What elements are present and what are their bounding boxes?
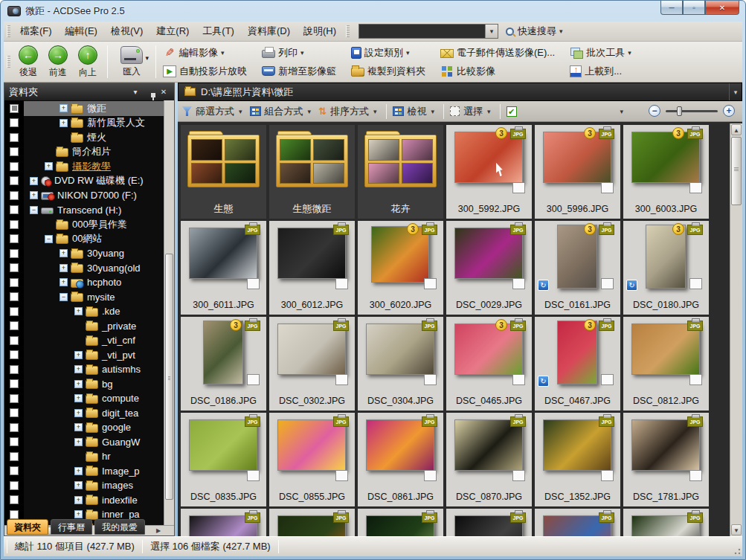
tree-expand-icon[interactable]: + (45, 162, 53, 170)
thumbnail-checkbox[interactable] (424, 470, 437, 481)
grid-item-image[interactable]: JPGDSC_0870.JPG (446, 413, 532, 506)
panel-menu-chevron-icon[interactable]: ▾ (129, 88, 141, 96)
tree-row[interactable]: +digit_tea (4, 406, 164, 421)
tree-expand-icon[interactable]: + (30, 177, 38, 185)
select-button[interactable]: 選擇 ▾ (450, 105, 491, 118)
grid-item-image[interactable]: JPGDSC_0835.JPG (181, 413, 266, 506)
path-dropdown-button[interactable]: ▾ (729, 83, 742, 100)
toolbar-button[interactable]: 自動投影片放映 (161, 63, 249, 79)
menu-item-2[interactable]: 檢視(V) (104, 22, 149, 41)
import-button[interactable]: ▾ 匯入 (112, 46, 151, 78)
scroll-up-icon[interactable]: ▲ (731, 124, 742, 135)
tree-expand-icon[interactable]: + (74, 510, 83, 518)
toolbar-grip[interactable] (7, 56, 10, 68)
search-dropdown-button[interactable]: ▾ (485, 25, 498, 38)
tree-row[interactable]: +_vti_pvt (4, 348, 164, 363)
thumbnail-checkbox[interactable] (601, 470, 614, 481)
tree-row[interactable]: −mysite (4, 290, 164, 305)
folder-checkbox[interactable] (10, 118, 19, 127)
thumbnail-checkbox[interactable] (247, 470, 260, 481)
folder-checkbox[interactable] (10, 336, 19, 345)
tree-row[interactable]: +google (4, 420, 164, 435)
zoom-slider-track[interactable] (666, 110, 718, 112)
scrollbar-thumb[interactable] (731, 137, 742, 205)
grid-item-image[interactable]: 3JPG300_5996.JPG (535, 125, 620, 219)
scroll-down-icon[interactable]: ▼ (731, 524, 742, 535)
grid-item-image[interactable]: JPG (358, 509, 443, 536)
menubar-grip[interactable] (7, 25, 10, 37)
folder-checkbox[interactable] (10, 162, 19, 171)
toolbar-button[interactable]: 批次工具▾ (567, 45, 634, 60)
thumbnail-checkbox[interactable] (512, 374, 525, 385)
tree-row[interactable]: 煙火 (4, 130, 164, 145)
tree-collapse-icon[interactable]: − (30, 206, 38, 214)
grid-item-image[interactable]: JPG300_6012.JPG (269, 221, 355, 315)
tree-expand-icon[interactable]: + (74, 351, 83, 359)
grid-item-image[interactable]: 3JPG300_6020.JPG (358, 221, 443, 315)
tree-expand-icon[interactable]: + (60, 249, 68, 257)
folder-checkbox[interactable] (10, 205, 19, 214)
folder-checkbox[interactable] (10, 481, 19, 490)
menu-item-5[interactable]: 資料庫(D) (241, 22, 297, 41)
scrollbar-thumb[interactable] (165, 254, 173, 500)
grid-item-image[interactable]: JPGDSC_1352.JPG (535, 413, 620, 506)
tree-row[interactable]: +微距 (4, 101, 164, 116)
panel-tab-2[interactable]: 我的最愛 (94, 519, 145, 535)
folder-checkbox[interactable] (10, 263, 19, 272)
folder-checkbox[interactable] (10, 394, 19, 403)
tree-row[interactable]: +autismhs (4, 362, 164, 377)
thumbnail-checkbox[interactable] (689, 374, 702, 385)
tree-row[interactable]: −Transcend (H:) (4, 203, 164, 218)
tree-row[interactable]: +GuangW (4, 435, 164, 450)
folder-checkbox[interactable] (10, 365, 19, 374)
tree-row[interactable]: +bg (4, 377, 164, 392)
grid-item-image[interactable]: 3JPG300_5992.JPG (446, 125, 532, 219)
folder-checkbox[interactable] (10, 249, 19, 258)
folder-checkbox[interactable] (10, 220, 19, 229)
toolbar-overflow-chevron-icon[interactable]: ▾ (620, 108, 623, 115)
tree-row[interactable]: +DVD RW 磁碟機 (E:) (4, 174, 164, 189)
scroll-right-icon[interactable]: ▶ (153, 527, 164, 535)
quick-search-chevron-icon[interactable]: ▾ (559, 28, 563, 35)
tree-row[interactable]: 000學員作業 (4, 217, 164, 232)
grid-item-image[interactable]: 3JPG↻DSC_0180.JPG (623, 221, 709, 315)
folder-checkbox[interactable] (10, 278, 19, 287)
rotate-icon[interactable]: ↻ (538, 280, 549, 291)
panel-tab-1[interactable]: 行事曆 (51, 519, 92, 535)
grid-item-image[interactable]: JPGDSC_0302.JPG (269, 317, 355, 411)
toolbar-button[interactable]: 電子郵件傳送影像(E)... (438, 45, 557, 60)
menu-item-4[interactable]: 工具(T) (196, 22, 241, 41)
zoom-out-button[interactable]: − (649, 105, 660, 117)
thumbnail-checkbox[interactable] (424, 278, 437, 289)
thumbnail-checkbox[interactable] (512, 278, 525, 289)
tree-row[interactable]: +新竹風景人文 (4, 116, 164, 131)
grid-item-image[interactable]: 3JPG300_6003.JPG (623, 125, 709, 219)
minimize-button[interactable]: ─ (660, 1, 683, 15)
rotate-icon[interactable]: ↻ (626, 280, 637, 291)
grid-item-image[interactable]: JPG (535, 509, 620, 536)
tree-row[interactable]: +images (4, 478, 164, 493)
folder-checkbox[interactable] (10, 234, 19, 243)
folder-checkbox[interactable] (10, 510, 19, 519)
menu-item-0[interactable]: 檔案(F) (13, 22, 59, 41)
thumbnail-checkbox[interactable] (689, 278, 702, 289)
menu-item-1[interactable]: 編輯(E) (59, 22, 104, 41)
grid-item-image[interactable]: JPGDSC_0812.JPG (623, 317, 709, 411)
tree-expand-icon[interactable]: + (74, 423, 83, 431)
grid-item-image[interactable]: 3JPGDSC_0465.JPG (446, 317, 532, 411)
zoom-slider-thumb[interactable] (677, 106, 682, 116)
tree-row[interactable]: 簡介相片 (4, 145, 164, 160)
view-button[interactable]: 檢視 ▾ (393, 105, 435, 118)
grid-item-image[interactable]: JPGDSC_0304.JPG (358, 317, 443, 411)
grid-item-image[interactable]: JPG300_6011.JPG (181, 221, 266, 315)
thumbnail-checkbox[interactable] (512, 182, 525, 193)
searchbar-grip[interactable] (346, 25, 350, 37)
panel-close-icon[interactable]: ✕ (158, 88, 170, 96)
thumbnail-checkbox[interactable] (601, 374, 614, 385)
tree-expand-icon[interactable]: + (74, 496, 83, 504)
tree-expand-icon[interactable]: + (74, 438, 83, 446)
folder-checkbox[interactable] (10, 292, 19, 301)
grid-item-image[interactable]: 3JPGDSC_0186.JPG (181, 317, 266, 411)
sort-by-button[interactable]: ⇅ 排序方式 ▾ (318, 105, 376, 118)
tree-row[interactable]: _vti_cnf (4, 333, 164, 348)
